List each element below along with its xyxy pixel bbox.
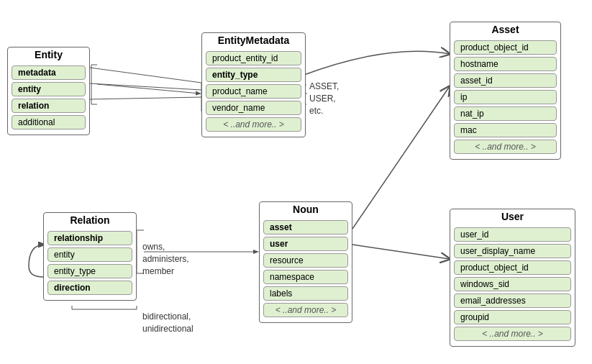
entitymetadata-field-vendor-name: vendor_name [206, 101, 301, 115]
label-asset-user: ASSET,USER,etc. [309, 81, 339, 117]
noun-field-resource: resource [263, 253, 348, 268]
user-field-product-object-id: product_object_id [454, 260, 571, 275]
user-title: User [450, 209, 575, 225]
relation-field-entity-type: entity_type [47, 264, 132, 278]
user-field-windows-sid: windows_sid [454, 277, 571, 291]
user-field-more: < ..and more.. > [454, 327, 571, 341]
relation-field-entity: entity [47, 247, 132, 262]
noun-title: Noun [260, 202, 352, 218]
user-box: User user_id user_display_name product_o… [450, 209, 575, 347]
entitymetadata-title: EntityMetadata [202, 33, 305, 49]
user-field-display-name: user_display_name [454, 244, 571, 258]
label-owns: owns,administers,member [142, 241, 189, 277]
svg-line-2 [90, 97, 201, 99]
label-bidirectional: bidirectional,unidirectional [142, 311, 193, 335]
svg-line-14 [352, 245, 450, 259]
entitymetadata-field-entity-type: entity_type [206, 68, 301, 82]
noun-field-asset: asset [263, 220, 348, 235]
user-field-groupid: groupid [454, 310, 571, 324]
noun-box: Noun asset user resource namespace label… [259, 201, 352, 323]
entity-field-metadata: metadata [12, 65, 86, 80]
asset-field-asset-id: asset_id [454, 73, 557, 88]
entity-field-additional: additional [12, 115, 86, 129]
diagram: Entity metadata entity relation addition… [0, 0, 592, 364]
user-field-email: email_addresses [454, 294, 571, 308]
entitymetadata-box: EntityMetadata product_entity_id entity_… [201, 32, 306, 137]
asset-field-hostname: hostname [454, 57, 557, 71]
svg-line-1 [90, 83, 201, 90]
asset-field-ip: ip [454, 90, 557, 104]
entitymetadata-field-product-name: product_name [206, 84, 301, 99]
asset-field-mac: mac [454, 123, 557, 137]
svg-line-0 [90, 68, 201, 83]
asset-field-more: < ..and more.. > [454, 140, 557, 154]
entitymetadata-field-more: < ..and more.. > [206, 117, 301, 132]
entitymetadata-field-product-entity-id: product_entity_id [206, 51, 301, 65]
user-field-user-id: user_id [454, 227, 571, 242]
noun-field-more: < ..and more.. > [263, 303, 348, 317]
asset-title: Asset [450, 22, 560, 38]
entity-box: Entity metadata entity relation addition… [7, 47, 90, 135]
entity-title: Entity [8, 47, 89, 63]
relation-field-direction: direction [47, 281, 132, 295]
entity-field-relation: relation [12, 99, 86, 113]
svg-line-13 [352, 86, 450, 229]
asset-box: Asset product_object_id hostname asset_i… [450, 22, 561, 160]
noun-field-user: user [263, 237, 348, 251]
asset-field-nat-ip: nat_ip [454, 106, 557, 121]
entity-field-entity: entity [12, 82, 86, 96]
relation-title: Relation [44, 213, 136, 229]
noun-field-labels: labels [263, 286, 348, 301]
relation-box: Relation relationship entity entity_type… [43, 212, 137, 301]
noun-field-namespace: namespace [263, 270, 348, 284]
relation-field-relationship: relationship [47, 231, 132, 245]
asset-field-product-object-id: product_object_id [454, 40, 557, 55]
svg-line-8 [97, 84, 200, 94]
